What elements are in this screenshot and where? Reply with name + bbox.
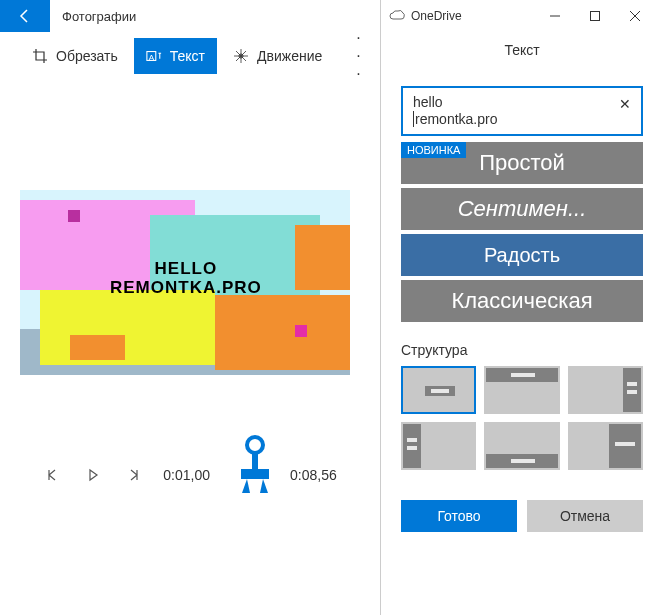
clear-text-button[interactable]: ✕: [619, 96, 631, 112]
style-joy-label: Радость: [484, 244, 560, 267]
cancel-label: Отмена: [560, 508, 610, 524]
layout-center[interactable]: [401, 366, 476, 414]
orange-rect-2: [215, 295, 350, 370]
photos-editor-panel: Фотографии Обрезать A Текст Движение: [0, 0, 380, 615]
prev-frame-button[interactable]: [43, 465, 63, 485]
style-simple[interactable]: НОВИНКА Простой: [401, 142, 643, 184]
motion-tool[interactable]: Движение: [221, 38, 334, 74]
text-style-list: НОВИНКА Простой Сентимен... Радость Клас…: [401, 142, 643, 322]
ellipsis-icon: · · ·: [356, 29, 360, 82]
onedrive-icon: [389, 8, 405, 24]
minimize-icon: [550, 11, 560, 21]
timeline-playhead[interactable]: [235, 435, 275, 505]
next-frame-button[interactable]: [123, 465, 143, 485]
svg-point-3: [247, 437, 263, 453]
panel-title: Текст: [401, 42, 643, 58]
close-icon: [630, 11, 640, 21]
done-button[interactable]: Готово: [401, 500, 517, 532]
current-time: 0:01,00: [163, 467, 210, 483]
motion-icon: [233, 48, 249, 64]
text-properties-panel: OneDrive Текст hello remontka.pro ✕: [380, 0, 663, 615]
structure-label: Структура: [401, 342, 643, 358]
left-header: Фотографии: [0, 0, 380, 32]
video-canvas[interactable]: HELLO REMONTKA.PRO: [20, 190, 350, 375]
play-button[interactable]: [83, 465, 103, 485]
style-sentimental[interactable]: Сентимен...: [401, 188, 643, 230]
crop-tool[interactable]: Обрезать: [20, 38, 130, 74]
maximize-button[interactable]: [575, 0, 615, 32]
style-classic[interactable]: Классическая: [401, 280, 643, 322]
back-button[interactable]: [0, 0, 50, 32]
window-title: OneDrive: [411, 9, 535, 23]
action-row: Готово Отмена: [401, 500, 643, 532]
total-time: 0:08,56: [290, 467, 337, 483]
orange-rect-3: [70, 335, 125, 360]
yellow-rect: [40, 290, 215, 365]
style-joy[interactable]: Радость: [401, 234, 643, 276]
style-classic-label: Классическая: [451, 288, 592, 314]
new-badge: НОВИНКА: [401, 142, 466, 158]
orange-rect-1: [295, 225, 350, 290]
motion-label: Движение: [257, 48, 322, 64]
svg-rect-7: [591, 12, 600, 21]
crop-label: Обрезать: [56, 48, 118, 64]
editor-toolbar: Обрезать A Текст Движение · · ·: [0, 32, 380, 80]
text-input[interactable]: hello remontka.pro ✕: [401, 86, 643, 136]
layout-left[interactable]: [401, 422, 476, 470]
arrow-left-icon: [17, 8, 33, 24]
style-simple-label: Простой: [479, 150, 565, 176]
svg-text:A: A: [148, 53, 154, 62]
crop-icon: [32, 48, 48, 64]
svg-rect-5: [241, 469, 269, 479]
more-button[interactable]: · · ·: [346, 29, 370, 83]
canvas-overlay-text: HELLO REMONTKA.PRO: [110, 260, 262, 297]
layout-grid: [401, 366, 643, 470]
layout-top[interactable]: [484, 366, 559, 414]
cancel-button[interactable]: Отмена: [527, 500, 643, 532]
text-input-line1: hello: [413, 94, 631, 110]
layout-bottom[interactable]: [484, 422, 559, 470]
text-icon: A: [146, 48, 162, 64]
magenta-dot: [295, 325, 307, 337]
done-label: Готово: [437, 508, 480, 524]
window-titlebar: OneDrive: [381, 0, 663, 32]
layout-right-alt[interactable]: [568, 422, 643, 470]
minimize-button[interactable]: [535, 0, 575, 32]
text-label: Текст: [170, 48, 205, 64]
playhead-icon: [235, 435, 275, 505]
playback-controls: 0:01,00 0:08,56: [0, 465, 380, 485]
maximize-icon: [590, 11, 600, 21]
style-sentimental-label: Сентимен...: [458, 196, 587, 222]
app-title: Фотографии: [62, 9, 136, 24]
x-icon: ✕: [619, 96, 631, 112]
text-tool[interactable]: A Текст: [134, 38, 217, 74]
layout-right[interactable]: [568, 366, 643, 414]
close-button[interactable]: [615, 0, 655, 32]
text-input-line2: remontka.pro: [413, 111, 497, 127]
